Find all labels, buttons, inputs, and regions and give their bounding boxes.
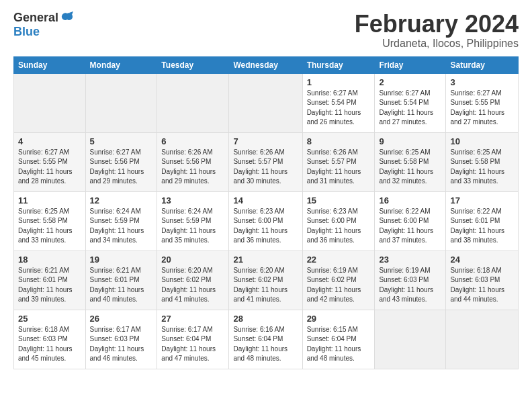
calendar-cell: 21 Sunrise: 6:20 AM Sunset: 6:02 PM Dayl… [229, 250, 302, 310]
day-number: 27 [161, 314, 224, 324]
calendar-cell: 6 Sunrise: 6:26 AM Sunset: 5:56 PM Dayli… [157, 132, 229, 191]
logo-blue-text: Blue [13, 26, 40, 39]
month-year-title: February 2024 [355, 11, 519, 38]
day-number: 21 [233, 255, 298, 265]
cell-info: Sunrise: 6:19 AM Sunset: 6:03 PM Dayligh… [379, 266, 441, 305]
day-number: 14 [233, 195, 298, 205]
day-number: 10 [450, 136, 514, 146]
day-number: 22 [307, 255, 371, 265]
day-of-week-header: Sunday [14, 56, 86, 73]
cell-info: Sunrise: 6:21 AM Sunset: 6:01 PM Dayligh… [90, 266, 153, 305]
calendar-cell: 20 Sunrise: 6:20 AM Sunset: 6:02 PM Dayl… [157, 250, 229, 310]
logo-bird-icon [60, 11, 75, 26]
cell-info: Sunrise: 6:25 AM Sunset: 5:58 PM Dayligh… [379, 148, 441, 187]
calendar-week-row: 25 Sunrise: 6:18 AM Sunset: 6:03 PM Dayl… [14, 310, 519, 369]
cell-info: Sunrise: 6:18 AM Sunset: 6:03 PM Dayligh… [450, 266, 514, 305]
day-number: 26 [90, 314, 153, 324]
calendar-cell: 23 Sunrise: 6:19 AM Sunset: 6:03 PM Dayl… [375, 250, 446, 310]
calendar-cell [85, 73, 157, 132]
cell-info: Sunrise: 6:18 AM Sunset: 6:03 PM Dayligh… [18, 325, 81, 364]
logo: General Blue [13, 11, 75, 39]
day-number: 17 [450, 195, 514, 205]
calendar-cell: 26 Sunrise: 6:17 AM Sunset: 6:03 PM Dayl… [85, 310, 157, 369]
cell-info: Sunrise: 6:25 AM Sunset: 5:58 PM Dayligh… [450, 148, 514, 187]
calendar-cell: 24 Sunrise: 6:18 AM Sunset: 6:03 PM Dayl… [446, 250, 519, 310]
calendar-cell [446, 310, 519, 369]
day-number: 9 [379, 136, 441, 146]
calendar-week-row: 4 Sunrise: 6:27 AM Sunset: 5:55 PM Dayli… [14, 132, 519, 191]
calendar-cell: 2 Sunrise: 6:27 AM Sunset: 5:54 PM Dayli… [375, 73, 446, 132]
cell-info: Sunrise: 6:22 AM Sunset: 6:00 PM Dayligh… [379, 207, 441, 246]
logo-general-text: General [13, 11, 58, 25]
cell-info: Sunrise: 6:23 AM Sunset: 6:00 PM Dayligh… [233, 207, 298, 246]
cell-info: Sunrise: 6:27 AM Sunset: 5:56 PM Dayligh… [90, 148, 153, 187]
day-number: 29 [307, 314, 371, 324]
day-number: 1 [307, 77, 371, 87]
calendar-cell: 27 Sunrise: 6:17 AM Sunset: 6:04 PM Dayl… [157, 310, 229, 369]
calendar-table: SundayMondayTuesdayWednesdayThursdayFrid… [13, 56, 519, 369]
calendar-cell [229, 73, 302, 132]
cell-info: Sunrise: 6:26 AM Sunset: 5:57 PM Dayligh… [233, 148, 298, 187]
calendar-cell: 19 Sunrise: 6:21 AM Sunset: 6:01 PM Dayl… [85, 250, 157, 310]
day-number: 5 [90, 136, 153, 146]
calendar-cell: 7 Sunrise: 6:26 AM Sunset: 5:57 PM Dayli… [229, 132, 302, 191]
calendar-cell: 13 Sunrise: 6:24 AM Sunset: 5:59 PM Dayl… [157, 191, 229, 250]
cell-info: Sunrise: 6:26 AM Sunset: 5:57 PM Dayligh… [307, 148, 371, 187]
calendar-cell: 8 Sunrise: 6:26 AM Sunset: 5:57 PM Dayli… [302, 132, 375, 191]
day-number: 2 [379, 77, 441, 87]
cell-info: Sunrise: 6:15 AM Sunset: 6:04 PM Dayligh… [307, 325, 371, 364]
calendar-cell: 28 Sunrise: 6:16 AM Sunset: 6:04 PM Dayl… [229, 310, 302, 369]
calendar-week-row: 18 Sunrise: 6:21 AM Sunset: 6:01 PM Dayl… [14, 250, 519, 310]
cell-info: Sunrise: 6:25 AM Sunset: 5:58 PM Dayligh… [18, 207, 81, 246]
day-number: 23 [379, 255, 441, 265]
day-number: 13 [161, 195, 224, 205]
day-number: 28 [233, 314, 298, 324]
day-number: 15 [307, 195, 371, 205]
calendar-cell: 5 Sunrise: 6:27 AM Sunset: 5:56 PM Dayli… [85, 132, 157, 191]
calendar-cell [14, 73, 86, 132]
cell-info: Sunrise: 6:27 AM Sunset: 5:54 PM Dayligh… [307, 89, 371, 128]
cell-info: Sunrise: 6:19 AM Sunset: 6:02 PM Dayligh… [307, 266, 371, 305]
cell-info: Sunrise: 6:17 AM Sunset: 6:03 PM Dayligh… [90, 325, 153, 364]
cell-info: Sunrise: 6:17 AM Sunset: 6:04 PM Dayligh… [161, 325, 224, 364]
calendar-cell [375, 310, 446, 369]
calendar-cell: 11 Sunrise: 6:25 AM Sunset: 5:58 PM Dayl… [14, 191, 86, 250]
calendar-cell: 10 Sunrise: 6:25 AM Sunset: 5:58 PM Dayl… [446, 132, 519, 191]
day-number: 12 [90, 195, 153, 205]
cell-info: Sunrise: 6:20 AM Sunset: 6:02 PM Dayligh… [233, 266, 298, 305]
page-header: General Blue February 2024 Urdaneta, Ilo… [13, 11, 519, 50]
cell-info: Sunrise: 6:27 AM Sunset: 5:54 PM Dayligh… [379, 89, 441, 128]
day-number: 3 [450, 77, 514, 87]
day-of-week-header: Wednesday [229, 56, 302, 73]
day-number: 24 [450, 255, 514, 265]
day-of-week-header: Monday [85, 56, 157, 73]
day-number: 18 [18, 255, 81, 265]
calendar-cell: 22 Sunrise: 6:19 AM Sunset: 6:02 PM Dayl… [302, 250, 375, 310]
day-number: 8 [307, 136, 371, 146]
day-number: 19 [90, 255, 153, 265]
calendar-cell [157, 73, 229, 132]
cell-info: Sunrise: 6:26 AM Sunset: 5:56 PM Dayligh… [161, 148, 224, 187]
calendar-cell: 1 Sunrise: 6:27 AM Sunset: 5:54 PM Dayli… [302, 73, 375, 132]
calendar-cell: 12 Sunrise: 6:24 AM Sunset: 5:59 PM Dayl… [85, 191, 157, 250]
calendar-cell: 25 Sunrise: 6:18 AM Sunset: 6:03 PM Dayl… [14, 310, 86, 369]
calendar-cell: 17 Sunrise: 6:22 AM Sunset: 6:01 PM Dayl… [446, 191, 519, 250]
calendar-cell: 15 Sunrise: 6:23 AM Sunset: 6:00 PM Dayl… [302, 191, 375, 250]
day-number: 25 [18, 314, 81, 324]
day-of-week-header: Saturday [446, 56, 519, 73]
calendar-cell: 3 Sunrise: 6:27 AM Sunset: 5:55 PM Dayli… [446, 73, 519, 132]
cell-info: Sunrise: 6:27 AM Sunset: 5:55 PM Dayligh… [18, 148, 81, 187]
day-number: 7 [233, 136, 298, 146]
day-number: 16 [379, 195, 441, 205]
day-of-week-header: Thursday [302, 56, 375, 73]
calendar-cell: 4 Sunrise: 6:27 AM Sunset: 5:55 PM Dayli… [14, 132, 86, 191]
title-block: February 2024 Urdaneta, Ilocos, Philippi… [355, 11, 519, 50]
cell-info: Sunrise: 6:23 AM Sunset: 6:00 PM Dayligh… [307, 207, 371, 246]
calendar-week-row: 11 Sunrise: 6:25 AM Sunset: 5:58 PM Dayl… [14, 191, 519, 250]
cell-info: Sunrise: 6:27 AM Sunset: 5:55 PM Dayligh… [450, 89, 514, 128]
calendar-week-row: 1 Sunrise: 6:27 AM Sunset: 5:54 PM Dayli… [14, 73, 519, 132]
cell-info: Sunrise: 6:20 AM Sunset: 6:02 PM Dayligh… [161, 266, 224, 305]
cell-info: Sunrise: 6:21 AM Sunset: 6:01 PM Dayligh… [18, 266, 81, 305]
cell-info: Sunrise: 6:22 AM Sunset: 6:01 PM Dayligh… [450, 207, 514, 246]
day-of-week-header: Tuesday [157, 56, 229, 73]
